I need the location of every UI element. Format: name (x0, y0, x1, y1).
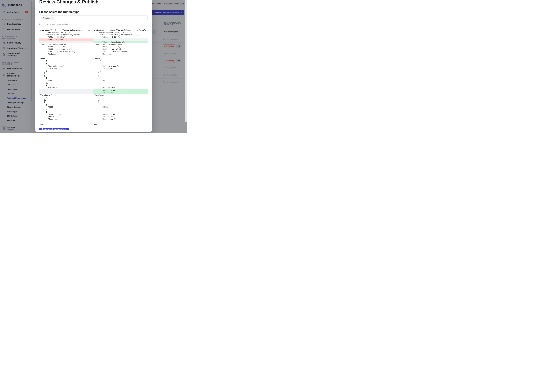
diff-line: "Advertising", (94, 113, 148, 116)
diff-line: "LGPD": "QuickOptions", (94, 48, 148, 50)
diff-line: ... (94, 26, 148, 29)
env-status-dot-icon (52, 18, 53, 19)
diff-line: "GDPR" (39, 106, 94, 108)
diff-left: ...yncEndpoint": "https://consent.transc… (39, 26, 94, 125)
diff-line: "Functional" (39, 94, 94, 96)
chevron-down-icon: ⌄ (144, 17, 146, 19)
diff-line: ... (39, 123, 94, 125)
diff-line: ], (94, 108, 148, 111)
diff-line (39, 41, 94, 43)
diff-line: "CustomPurpose", (39, 65, 94, 67)
diff-line: "Functional", (39, 118, 94, 120)
diff-line (94, 38, 148, 41)
diff-line: "LGPD": "QuickOptions", (39, 48, 94, 50)
diff-line: ], (39, 82, 94, 84)
diff-line: yncEndpoint": "https://consent.transcend… (39, 29, 94, 31)
diff-line: "Functional" (94, 94, 148, 96)
diff-line: "TEST": "CompleteOptions", (39, 50, 94, 53)
diff-line (39, 120, 94, 123)
bundle-type-select[interactable]: Production ⌄ (39, 15, 148, 21)
page-scrollbar[interactable] (185, 0, 187, 133)
diff-line: [ (39, 77, 94, 79)
diff-line: ], (39, 99, 94, 101)
set-live-button[interactable]: Set consent manager Live (39, 128, 69, 130)
diff-line: "CPRA": "NoticeAndDoNotSell", (94, 43, 148, 46)
diff-line: "SaleOfInfo", (94, 87, 148, 89)
diff-line: ] (39, 96, 94, 99)
selected-env-pill: Production (41, 17, 54, 20)
diff-line: "TEST": "CompleteOptions", (94, 50, 148, 53)
diff-line: ], (39, 72, 94, 75)
diff-line: ], (94, 99, 148, 101)
diff-line: "CPA" (39, 79, 94, 82)
diff-line: "Intercom" (39, 67, 94, 70)
diff-line: [ (39, 111, 94, 113)
publish-modal: Review Changes & Publish Please select t… (35, 0, 152, 132)
diff-line (94, 120, 148, 123)
diff-line: "Advertising", (39, 113, 94, 116)
diff-line: ], (94, 72, 148, 75)
diff-line: ] (94, 96, 148, 99)
diff-line: ... (94, 56, 148, 58)
diff-line: "Analytics", (94, 91, 148, 94)
diff-line: ], (94, 82, 148, 84)
diff-line: "initialViewStateByPrivacyRegime": { (39, 34, 94, 36)
diff-line: "SaleOfInfo", (39, 87, 94, 89)
diff-line: ] (94, 70, 148, 72)
diff-viewer: ...yncEndpoint": "https://consent.transc… (35, 26, 152, 125)
diff-line: [ (94, 84, 148, 87)
selected-env-label: Production (43, 17, 51, 19)
diff-line: [ (94, 75, 148, 77)
diff-line: ... (39, 56, 94, 58)
diff-line: uebec" (39, 58, 94, 60)
diff-line: ], (39, 108, 94, 111)
diff-line: "Unknown": (94, 53, 148, 56)
diff-line: "CDPA": "Hidden", (94, 36, 148, 38)
diff-line: "Unknown": (39, 53, 94, 56)
diff-line: "CPA": "QuickOptions", (94, 41, 148, 43)
diff-line: "GDPR" (94, 106, 148, 108)
diff-right: ...yncEndpoint": "https://consent.transc… (94, 26, 148, 125)
diff-line: [ (39, 84, 94, 87)
diff-line: ... (94, 123, 148, 125)
diff-line: "CustomPurpose", (94, 65, 148, 67)
diff-line: "consentManagerConfig": { (39, 31, 94, 34)
diff-line: ], (94, 60, 148, 63)
diff-line: [ (94, 101, 148, 104)
diff-line: [ (94, 111, 148, 113)
diff-line: "Analytics", (94, 116, 148, 118)
diff-line: "Advertising", (94, 89, 148, 91)
diff-line: [ (39, 104, 94, 106)
diff-line: yncEndpoint": "https://consent.transcend… (94, 29, 148, 31)
diff-line: [ (94, 77, 148, 79)
diff-line: [ (39, 63, 94, 65)
diff-line: ] (39, 70, 94, 72)
diff-line: "consentManagerConfig": { (94, 31, 148, 34)
diff-line: "GDPR": "TCF_EU", (39, 46, 94, 48)
diff-line: "GDPR": "TCF_EU", (94, 46, 148, 48)
modal-overlay[interactable]: Review Changes & Publish Please select t… (0, 0, 187, 133)
diff-line: ], (39, 60, 94, 63)
diff-line: "Functional", (94, 118, 148, 120)
modal-title: Review Changes & Publish (39, 0, 148, 5)
diff-line: [ (39, 75, 94, 77)
diff-line (39, 89, 94, 91)
diff-line: [ (94, 63, 148, 65)
diff-line: "CPA": "Hidden", (39, 38, 94, 41)
diff-line: uebec" (94, 58, 148, 60)
diff-line: "Analytics", (39, 116, 94, 118)
review-hint: Please review your changes below: (39, 23, 148, 25)
diff-line: "CDPA": "Hidden", (39, 36, 94, 38)
diff-line: "Intercom" (94, 67, 148, 70)
diff-line: [ (39, 101, 94, 104)
bundle-type-label: Please select the bundle type: (39, 10, 148, 14)
diff-line: "CPRA": "NoticeAndDoNotSell", (39, 43, 94, 46)
diff-line (39, 91, 94, 94)
diff-line: [ (94, 104, 148, 106)
diff-line: "initialViewStateByPrivacyRegime": { (94, 34, 148, 36)
diff-line: ... (39, 26, 94, 29)
diff-line: "CPA" (94, 79, 148, 82)
